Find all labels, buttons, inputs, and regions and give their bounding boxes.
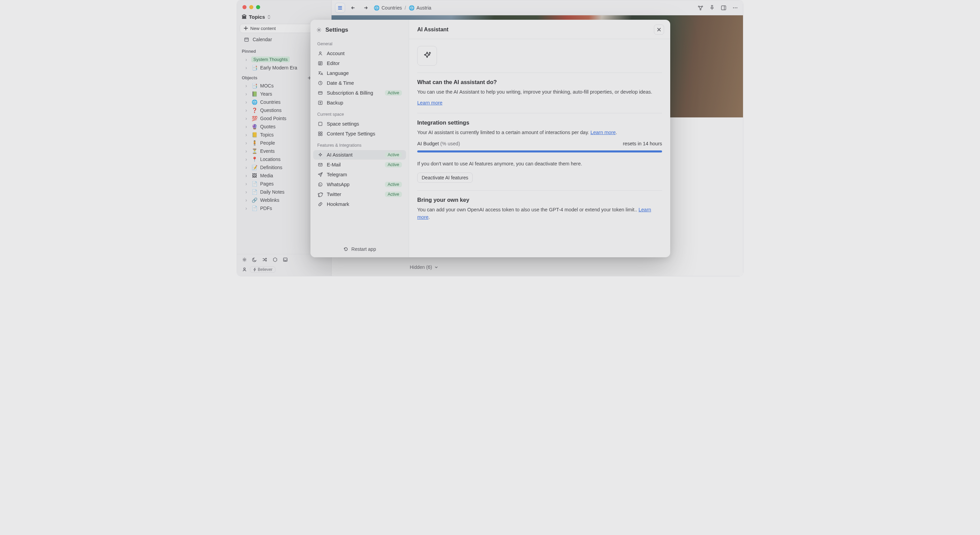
app-window: 🏛 Topics New content Calendar xyxy=(237,0,743,276)
modal-scrim[interactable] xyxy=(237,0,743,276)
